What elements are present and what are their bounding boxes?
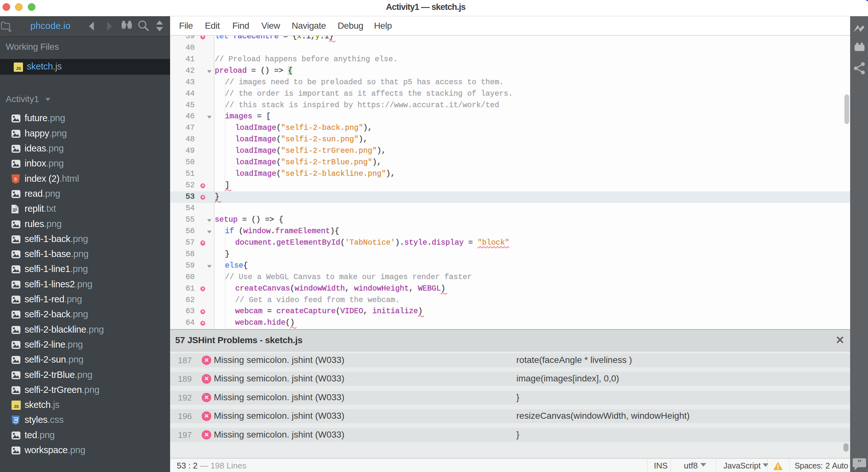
svg-text:5: 5 (14, 177, 17, 182)
svg-text:”: ” (858, 458, 862, 468)
svg-text:JS: JS (14, 404, 19, 409)
svg-text:JS: JS (16, 66, 21, 71)
